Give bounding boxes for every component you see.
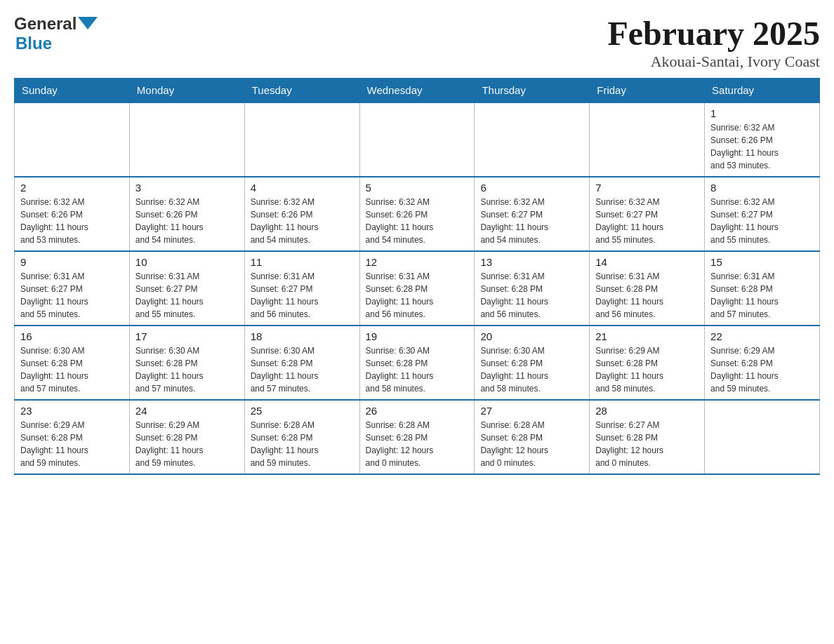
- day-number: 15: [710, 256, 814, 268]
- logo-general-text: General: [14, 14, 77, 34]
- logo: General Blue: [14, 14, 98, 53]
- calendar-week-4: 16Sunrise: 6:30 AM Sunset: 6:28 PM Dayli…: [15, 326, 820, 400]
- header-tuesday: Tuesday: [244, 79, 359, 103]
- calendar-cell: 23Sunrise: 6:29 AM Sunset: 6:28 PM Dayli…: [15, 400, 130, 474]
- calendar-cell: 9Sunrise: 6:31 AM Sunset: 6:27 PM Daylig…: [15, 251, 130, 326]
- day-number: 16: [20, 330, 124, 342]
- day-number: 3: [135, 182, 239, 194]
- day-number: 7: [595, 182, 699, 194]
- day-info: Sunrise: 6:32 AM Sunset: 6:27 PM Dayligh…: [595, 196, 699, 246]
- calendar-cell: 1Sunrise: 6:32 AM Sunset: 6:26 PM Daylig…: [705, 102, 820, 177]
- header: General Blue February 2025 Akouai-Santai…: [14, 14, 820, 71]
- day-number: 12: [366, 256, 469, 268]
- day-info: Sunrise: 6:29 AM Sunset: 6:28 PM Dayligh…: [135, 419, 239, 469]
- day-info: Sunrise: 6:30 AM Sunset: 6:28 PM Dayligh…: [480, 344, 583, 395]
- day-info: Sunrise: 6:31 AM Sunset: 6:28 PM Dayligh…: [366, 270, 469, 321]
- calendar-week-1: 1Sunrise: 6:32 AM Sunset: 6:26 PM Daylig…: [15, 102, 820, 177]
- day-number: 14: [595, 256, 699, 268]
- day-info: Sunrise: 6:32 AM Sunset: 6:26 PM Dayligh…: [20, 196, 124, 246]
- day-number: 2: [20, 182, 124, 194]
- calendar-cell: 2Sunrise: 6:32 AM Sunset: 6:26 PM Daylig…: [15, 177, 130, 251]
- day-info: Sunrise: 6:29 AM Sunset: 6:28 PM Dayligh…: [710, 344, 814, 395]
- day-info: Sunrise: 6:30 AM Sunset: 6:28 PM Dayligh…: [135, 344, 239, 395]
- day-number: 4: [251, 182, 354, 194]
- day-info: Sunrise: 6:30 AM Sunset: 6:28 PM Dayligh…: [251, 344, 354, 395]
- day-number: 18: [251, 330, 354, 342]
- day-info: Sunrise: 6:28 AM Sunset: 6:28 PM Dayligh…: [251, 419, 354, 469]
- calendar-cell: 26Sunrise: 6:28 AM Sunset: 6:28 PM Dayli…: [359, 400, 475, 474]
- calendar-cell: 4Sunrise: 6:32 AM Sunset: 6:26 PM Daylig…: [244, 177, 359, 251]
- header-monday: Monday: [129, 79, 244, 103]
- calendar-cell: 18Sunrise: 6:30 AM Sunset: 6:28 PM Dayli…: [244, 326, 359, 400]
- day-number: 24: [135, 405, 239, 417]
- calendar-week-5: 23Sunrise: 6:29 AM Sunset: 6:28 PM Dayli…: [15, 400, 820, 474]
- day-info: Sunrise: 6:29 AM Sunset: 6:28 PM Dayligh…: [595, 344, 699, 395]
- day-number: 11: [251, 256, 354, 268]
- calendar-cell: 10Sunrise: 6:31 AM Sunset: 6:27 PM Dayli…: [129, 251, 244, 326]
- calendar-cell: 22Sunrise: 6:29 AM Sunset: 6:28 PM Dayli…: [705, 326, 820, 400]
- header-saturday: Saturday: [705, 79, 820, 103]
- day-number: 13: [480, 256, 583, 268]
- calendar-cell: 27Sunrise: 6:28 AM Sunset: 6:28 PM Dayli…: [475, 400, 590, 474]
- day-info: Sunrise: 6:32 AM Sunset: 6:26 PM Dayligh…: [251, 196, 354, 246]
- day-number: 20: [480, 330, 583, 342]
- calendar-cell: 15Sunrise: 6:31 AM Sunset: 6:28 PM Dayli…: [705, 251, 820, 326]
- day-info: Sunrise: 6:32 AM Sunset: 6:27 PM Dayligh…: [480, 196, 583, 246]
- header-wednesday: Wednesday: [359, 79, 475, 103]
- day-number: 6: [480, 182, 583, 194]
- calendar-cell: 20Sunrise: 6:30 AM Sunset: 6:28 PM Dayli…: [475, 326, 590, 400]
- logo-arrow-icon: [78, 14, 98, 34]
- calendar-cell: [15, 102, 130, 177]
- calendar-cell: 21Sunrise: 6:29 AM Sunset: 6:28 PM Dayli…: [590, 326, 705, 400]
- calendar-cell: 12Sunrise: 6:31 AM Sunset: 6:28 PM Dayli…: [359, 251, 475, 326]
- calendar-cell: 11Sunrise: 6:31 AM Sunset: 6:27 PM Dayli…: [244, 251, 359, 326]
- day-number: 27: [480, 405, 583, 417]
- calendar-title: February 2025: [607, 14, 820, 53]
- day-info: Sunrise: 6:29 AM Sunset: 6:28 PM Dayligh…: [20, 419, 124, 469]
- day-number: 26: [366, 405, 469, 417]
- calendar-cell: [359, 102, 475, 177]
- calendar-cell: 28Sunrise: 6:27 AM Sunset: 6:28 PM Dayli…: [590, 400, 705, 474]
- calendar-cell: 6Sunrise: 6:32 AM Sunset: 6:27 PM Daylig…: [475, 177, 590, 251]
- day-info: Sunrise: 6:32 AM Sunset: 6:26 PM Dayligh…: [135, 196, 239, 246]
- calendar-week-3: 9Sunrise: 6:31 AM Sunset: 6:27 PM Daylig…: [15, 251, 820, 326]
- day-info: Sunrise: 6:31 AM Sunset: 6:27 PM Dayligh…: [251, 270, 354, 321]
- day-number: 23: [20, 405, 124, 417]
- calendar-cell: 14Sunrise: 6:31 AM Sunset: 6:28 PM Dayli…: [590, 251, 705, 326]
- day-number: 5: [366, 182, 469, 194]
- calendar-cell: 5Sunrise: 6:32 AM Sunset: 6:26 PM Daylig…: [359, 177, 475, 251]
- calendar-cell: 3Sunrise: 6:32 AM Sunset: 6:26 PM Daylig…: [129, 177, 244, 251]
- day-number: 9: [20, 256, 124, 268]
- title-area: February 2025 Akouai-Santai, Ivory Coast: [607, 14, 820, 71]
- calendar-cell: [705, 400, 820, 474]
- calendar-cell: 16Sunrise: 6:30 AM Sunset: 6:28 PM Dayli…: [15, 326, 130, 400]
- calendar-cell: [244, 102, 359, 177]
- day-number: 19: [366, 330, 469, 342]
- day-number: 17: [135, 330, 239, 342]
- calendar-cell: [129, 102, 244, 177]
- day-info: Sunrise: 6:31 AM Sunset: 6:27 PM Dayligh…: [20, 270, 124, 321]
- day-info: Sunrise: 6:32 AM Sunset: 6:26 PM Dayligh…: [710, 121, 814, 172]
- day-info: Sunrise: 6:32 AM Sunset: 6:27 PM Dayligh…: [710, 196, 814, 246]
- calendar-cell: 13Sunrise: 6:31 AM Sunset: 6:28 PM Dayli…: [475, 251, 590, 326]
- day-info: Sunrise: 6:28 AM Sunset: 6:28 PM Dayligh…: [480, 419, 583, 469]
- header-thursday: Thursday: [475, 79, 590, 103]
- calendar-cell: [590, 102, 705, 177]
- day-number: 28: [595, 405, 699, 417]
- day-number: 8: [710, 182, 814, 194]
- day-info: Sunrise: 6:31 AM Sunset: 6:27 PM Dayligh…: [135, 270, 239, 321]
- logo-blue-text: Blue: [15, 34, 52, 53]
- svg-marker-0: [78, 17, 98, 29]
- calendar-cell: 8Sunrise: 6:32 AM Sunset: 6:27 PM Daylig…: [705, 177, 820, 251]
- calendar-week-2: 2Sunrise: 6:32 AM Sunset: 6:26 PM Daylig…: [15, 177, 820, 251]
- day-number: 25: [251, 405, 354, 417]
- calendar-cell: 19Sunrise: 6:30 AM Sunset: 6:28 PM Dayli…: [359, 326, 475, 400]
- header-friday: Friday: [590, 79, 705, 103]
- calendar-cell: 7Sunrise: 6:32 AM Sunset: 6:27 PM Daylig…: [590, 177, 705, 251]
- calendar-subtitle: Akouai-Santai, Ivory Coast: [607, 53, 820, 71]
- day-info: Sunrise: 6:28 AM Sunset: 6:28 PM Dayligh…: [366, 419, 469, 469]
- calendar-cell: 25Sunrise: 6:28 AM Sunset: 6:28 PM Dayli…: [244, 400, 359, 474]
- calendar-cell: [475, 102, 590, 177]
- day-info: Sunrise: 6:30 AM Sunset: 6:28 PM Dayligh…: [20, 344, 124, 395]
- day-info: Sunrise: 6:31 AM Sunset: 6:28 PM Dayligh…: [710, 270, 814, 321]
